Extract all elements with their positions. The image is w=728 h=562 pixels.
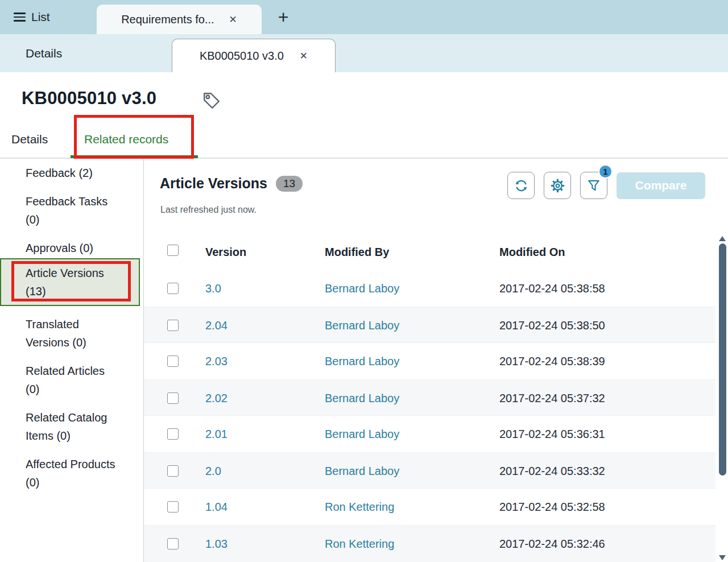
record-tab-title: KB0005010 v3.0 bbox=[200, 49, 284, 63]
row-checkbox[interactable] bbox=[167, 465, 179, 477]
tag-icon[interactable] bbox=[201, 90, 222, 111]
table-row: 2.02 Bernard Laboy 2017-02-24 05:37:32 bbox=[144, 379, 715, 416]
table-row: 2.04 Bernard Laboy 2017-02-24 05:38:50 bbox=[144, 307, 715, 343]
modified-on-value: 2017-02-24 05:38:58 bbox=[499, 270, 605, 307]
compare-button[interactable]: Compare bbox=[617, 172, 705, 199]
gear-icon bbox=[550, 178, 565, 193]
filter-count-badge: 1 bbox=[598, 164, 613, 179]
table-body: 3.0 Bernard Laboy 2017-02-24 05:38:58 2.… bbox=[144, 270, 715, 561]
refresh-button[interactable] bbox=[507, 172, 535, 199]
table-row: 2.03 Bernard Laboy 2017-02-24 05:38:39 bbox=[144, 343, 715, 379]
version-link[interactable]: 2.04 bbox=[205, 307, 228, 344]
modified-on-value: 2017-02-24 05:37:32 bbox=[499, 380, 605, 416]
modified-by-link[interactable]: Bernard Laboy bbox=[325, 380, 399, 416]
modified-by-link[interactable]: Ron Kettering bbox=[325, 489, 394, 525]
version-link[interactable]: 2.0 bbox=[205, 453, 221, 489]
close-icon[interactable]: ✕ bbox=[300, 51, 308, 61]
scrollbar-thumb[interactable] bbox=[719, 243, 726, 476]
table-row: 2.01 Bernard Laboy 2017-02-24 05:36:31 bbox=[144, 416, 715, 452]
table-row: 3.0 Bernard Laboy 2017-02-24 05:38:58 bbox=[144, 270, 715, 307]
list-menu-button[interactable]: List bbox=[14, 0, 50, 34]
record-tab[interactable]: KB0005010 v3.0 ✕ bbox=[172, 39, 336, 73]
workspace-top-bar: List Requirements fo... ✕ + bbox=[0, 0, 728, 34]
version-link[interactable]: 3.0 bbox=[205, 270, 221, 307]
settings-button[interactable] bbox=[544, 172, 571, 199]
article-versions-panel: Article Versions 13 Last refreshed just … bbox=[144, 159, 728, 562]
filter-button[interactable]: 1 bbox=[580, 172, 607, 199]
modified-on-value: 2017-02-24 05:33:32 bbox=[499, 453, 605, 489]
sidebar-item-approvals[interactable]: Approvals (0) bbox=[0, 239, 143, 257]
column-header-version: Version bbox=[205, 246, 246, 259]
row-checkbox[interactable] bbox=[167, 283, 179, 294]
record-content: KB0005010 v3.0 Details Related records F… bbox=[0, 72, 728, 562]
page-title: KB0005010 v3.0 bbox=[22, 88, 156, 109]
column-header-modified-by: Modified By bbox=[325, 246, 389, 259]
modified-by-link[interactable]: Bernard Laboy bbox=[325, 270, 399, 307]
modified-on-value: 2017-02-24 05:38:50 bbox=[499, 307, 605, 344]
row-checkbox[interactable] bbox=[167, 320, 179, 331]
refresh-icon bbox=[514, 178, 529, 193]
count-badge: 13 bbox=[276, 176, 303, 192]
modified-on-value: 2017-02-24 05:32:46 bbox=[499, 526, 605, 562]
list-toolbar: 1 Compare bbox=[507, 172, 705, 199]
column-header-modified-on: Modified On bbox=[499, 246, 565, 259]
modified-on-value: 2017-02-24 05:38:39 bbox=[499, 343, 605, 379]
sidebar-item-related-articles[interactable]: Related Articles (0) bbox=[0, 362, 143, 398]
modified-by-link[interactable]: Bernard Laboy bbox=[325, 343, 399, 379]
version-link[interactable]: 2.03 bbox=[205, 343, 228, 379]
row-checkbox[interactable] bbox=[167, 392, 179, 404]
modified-on-value: 2017-02-24 05:32:58 bbox=[499, 489, 605, 525]
modified-by-link[interactable]: Bernard Laboy bbox=[325, 453, 399, 489]
row-checkbox[interactable] bbox=[167, 356, 179, 367]
row-checkbox[interactable] bbox=[167, 538, 179, 549]
active-tab-underline bbox=[71, 155, 198, 158]
sidebar-item-article-versions[interactable]: Article Versions (13) bbox=[0, 258, 140, 306]
modified-by-link[interactable]: Ron Kettering bbox=[325, 526, 394, 562]
sidebar-item-feedback[interactable]: Feedback (2) bbox=[0, 164, 143, 182]
tab-details[interactable]: Details bbox=[11, 133, 48, 146]
close-icon[interactable]: ✕ bbox=[229, 15, 237, 24]
table-header: Version Modified By Modified On bbox=[144, 239, 715, 267]
version-link[interactable]: 1.04 bbox=[205, 489, 228, 525]
new-tab-button[interactable]: + bbox=[268, 0, 298, 34]
last-refreshed-text: Last refreshed just now. bbox=[160, 205, 257, 215]
record-tab-bar: Details KB0005010 v3.0 ✕ bbox=[0, 34, 728, 72]
list-icon bbox=[14, 13, 26, 22]
row-checkbox[interactable] bbox=[167, 501, 179, 513]
tab-related-records[interactable]: Related records bbox=[84, 133, 168, 146]
modified-by-link[interactable]: Bernard Laboy bbox=[325, 307, 399, 344]
select-all-checkbox[interactable] bbox=[167, 245, 179, 256]
sidebar-item-affected-products[interactable]: Affected Products (0) bbox=[0, 455, 143, 491]
sidebar-item-feedback-tasks[interactable]: Feedback Tasks (0) bbox=[0, 192, 143, 229]
filter-icon bbox=[586, 178, 601, 193]
vertical-scrollbar bbox=[718, 235, 727, 562]
workspace-tab-title: Requirements fo... bbox=[121, 13, 214, 26]
table-row: 1.03 Ron Kettering 2017-02-24 05:32:46 bbox=[144, 525, 715, 561]
row-checkbox[interactable] bbox=[167, 428, 179, 440]
scroll-down-arrow[interactable] bbox=[719, 555, 726, 560]
subnav-details-tab[interactable]: Details bbox=[26, 34, 62, 72]
related-lists-sidebar: Feedback (2) Feedback Tasks (0) Approval… bbox=[0, 159, 144, 562]
scroll-up-arrow[interactable] bbox=[719, 236, 726, 241]
sidebar-item-translated-versions[interactable]: Translated Versions (0) bbox=[0, 315, 143, 352]
table-row: 1.04 Ron Kettering 2017-02-24 05:32:58 bbox=[144, 489, 715, 525]
version-link[interactable]: 2.02 bbox=[205, 380, 228, 416]
list-heading: Article Versions bbox=[160, 175, 267, 192]
modified-on-value: 2017-02-24 05:36:31 bbox=[499, 416, 605, 452]
sidebar-item-related-catalog-items[interactable]: Related Catalog Items (0) bbox=[0, 408, 143, 445]
list-label: List bbox=[31, 10, 50, 24]
workspace-tab[interactable]: Requirements fo... ✕ bbox=[97, 5, 262, 34]
version-link[interactable]: 1.03 bbox=[205, 526, 228, 562]
modified-by-link[interactable]: Bernard Laboy bbox=[325, 416, 399, 452]
table-row: 2.0 Bernard Laboy 2017-02-24 05:33:32 bbox=[144, 452, 715, 489]
version-link[interactable]: 2.01 bbox=[205, 416, 228, 452]
